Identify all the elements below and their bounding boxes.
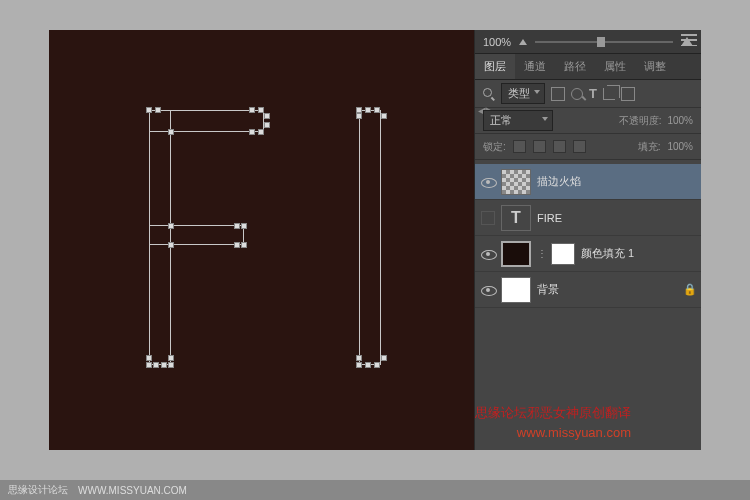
opacity-value[interactable]: 100% xyxy=(667,115,693,126)
path-i[interactable] xyxy=(359,110,381,365)
zoom-min-icon xyxy=(519,39,527,45)
tab-channels[interactable]: 通道 xyxy=(515,54,555,79)
anchor[interactable] xyxy=(168,355,174,361)
zoom-bar: 100% xyxy=(475,30,701,54)
layer-filter-row: 类型 T xyxy=(475,80,701,108)
tab-adjust[interactable]: 调整 xyxy=(635,54,675,79)
visibility-icon[interactable] xyxy=(481,247,495,261)
anchor[interactable] xyxy=(374,107,380,113)
layer-row[interactable]: 描边火焰 xyxy=(475,164,701,200)
search-icon[interactable] xyxy=(483,88,495,100)
anchor[interactable] xyxy=(168,362,174,368)
mask-thumb[interactable] xyxy=(551,243,575,265)
fill-value[interactable]: 100% xyxy=(667,141,693,152)
tab-layers[interactable]: 图层 xyxy=(475,54,515,79)
lock-icon: 🔒 xyxy=(683,283,695,296)
anchor[interactable] xyxy=(153,362,159,368)
anchor[interactable] xyxy=(234,223,240,229)
anchor[interactable] xyxy=(241,242,247,248)
layer-row[interactable]: 背景 🔒 xyxy=(475,272,701,308)
anchor[interactable] xyxy=(168,223,174,229)
footer-url: WWW.MISSYUAN.COM xyxy=(78,485,187,496)
layer-name[interactable]: 描边火焰 xyxy=(537,174,695,189)
layer-name[interactable]: 背景 xyxy=(537,282,677,297)
lock-pos-icon[interactable] xyxy=(553,140,566,153)
layer-row[interactable]: ⋮ 颜色填充 1 xyxy=(475,236,701,272)
anchor[interactable] xyxy=(374,362,380,368)
fill-label: 填充: xyxy=(638,140,661,154)
anchor[interactable] xyxy=(249,129,255,135)
canvas-area[interactable] xyxy=(49,30,474,450)
zoom-slider[interactable] xyxy=(535,41,673,43)
tab-paths[interactable]: 路径 xyxy=(555,54,595,79)
opacity-label: 不透明度: xyxy=(619,114,662,128)
visibility-icon[interactable] xyxy=(481,175,495,189)
anchor[interactable] xyxy=(161,362,167,368)
panel-menu-icon[interactable] xyxy=(681,34,697,46)
watermark: 思缘论坛邪恶女神原创翻译 www.missyuan.com xyxy=(475,403,631,442)
anchor[interactable] xyxy=(258,129,264,135)
page-footer: 思缘设计论坛 WWW.MISSYUAN.COM xyxy=(0,480,750,500)
tab-properties[interactable]: 属性 xyxy=(595,54,635,79)
lock-all-icon[interactable] xyxy=(573,140,586,153)
filter-smart-icon[interactable] xyxy=(621,87,635,101)
footer-site: 思缘设计论坛 xyxy=(8,483,68,497)
layer-thumb[interactable] xyxy=(501,169,531,195)
anchor[interactable] xyxy=(365,107,371,113)
link-icon[interactable]: ⋮ xyxy=(537,248,545,259)
filter-pixel-icon[interactable] xyxy=(551,87,565,101)
anchor[interactable] xyxy=(249,107,255,113)
text-layer-icon[interactable]: T xyxy=(501,205,531,231)
anchor[interactable] xyxy=(155,107,161,113)
anchor[interactable] xyxy=(168,242,174,248)
anchor[interactable] xyxy=(381,355,387,361)
visibility-off-icon[interactable] xyxy=(481,211,495,225)
filter-type-select[interactable]: 类型 xyxy=(501,83,545,104)
filter-shape-icon[interactable] xyxy=(603,88,615,100)
anchor[interactable] xyxy=(146,355,152,361)
lock-trans-icon[interactable] xyxy=(513,140,526,153)
anchor[interactable] xyxy=(356,113,362,119)
anchor[interactable] xyxy=(234,242,240,248)
anchor[interactable] xyxy=(381,113,387,119)
path-f-mid[interactable] xyxy=(149,225,244,245)
watermark-line1: 思缘论坛邪恶女神原创翻译 xyxy=(475,403,631,423)
lock-row: 锁定: 填充: 100% xyxy=(475,134,701,160)
blend-mode-select[interactable]: 正常 xyxy=(483,110,553,131)
layer-thumb[interactable] xyxy=(501,241,531,267)
anchor[interactable] xyxy=(365,362,371,368)
layer-row[interactable]: T FIRE xyxy=(475,200,701,236)
anchor[interactable] xyxy=(146,362,152,368)
anchor[interactable] xyxy=(356,362,362,368)
layer-thumb[interactable] xyxy=(501,277,531,303)
anchor[interactable] xyxy=(264,122,270,128)
layer-name[interactable]: 颜色填充 1 xyxy=(581,246,695,261)
anchor[interactable] xyxy=(356,355,362,361)
lock-label: 锁定: xyxy=(483,140,506,154)
anchor[interactable] xyxy=(168,129,174,135)
zoom-value[interactable]: 100% xyxy=(483,36,511,48)
panel-tabs: 图层 通道 路径 属性 调整 xyxy=(475,54,701,80)
blend-mode-row: 正常 不透明度: 100% xyxy=(475,108,701,134)
layers-panel: 100% ◀▶ 图层 通道 路径 属性 调整 类型 T 正常 不透明度: 100… xyxy=(474,30,701,450)
layer-list: 描边火焰 T FIRE ⋮ 颜色填充 1 背景 🔒 xyxy=(475,160,701,312)
app-frame: 100% ◀▶ 图层 通道 路径 属性 调整 类型 T 正常 不透明度: 100… xyxy=(49,30,701,450)
watermark-line2: www.missyuan.com xyxy=(475,423,631,443)
visibility-icon[interactable] xyxy=(481,283,495,297)
filter-text-icon[interactable]: T xyxy=(589,86,597,101)
anchor[interactable] xyxy=(146,107,152,113)
layer-name[interactable]: FIRE xyxy=(537,212,695,224)
lock-pixel-icon[interactable] xyxy=(533,140,546,153)
filter-adjust-icon[interactable] xyxy=(571,88,583,100)
anchor[interactable] xyxy=(264,113,270,119)
anchor[interactable] xyxy=(241,223,247,229)
